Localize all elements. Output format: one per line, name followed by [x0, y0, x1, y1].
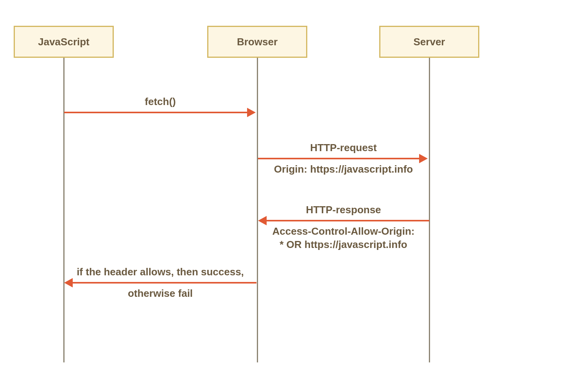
arrow-http-response [266, 220, 429, 221]
lifeline-server [429, 58, 430, 362]
sequence-diagram: JavaScript Browser Server fetch() HTTP-r… [0, 0, 588, 371]
participant-javascript-label: JavaScript [38, 36, 90, 48]
message-result-label-bottom: otherwise fail [64, 287, 256, 300]
arrow-fetch-head [247, 108, 256, 117]
arrow-http-response-head [258, 216, 267, 225]
arrow-http-request [258, 158, 421, 159]
arrow-fetch [64, 112, 249, 113]
message-http-response-label-bottom-1: Access-Control-Allow-Origin: [258, 225, 429, 237]
participant-browser-label: Browser [237, 36, 278, 48]
message-http-request-label-top: HTTP-request [258, 142, 429, 154]
participant-browser: Browser [207, 26, 307, 58]
participant-javascript: JavaScript [14, 26, 114, 58]
participant-server-label: Server [414, 36, 445, 48]
arrow-http-request-head [419, 154, 428, 163]
arrow-result-head [64, 278, 73, 287]
message-result-label-top: if the header allows, then success, [64, 266, 256, 278]
message-http-response-label-top: HTTP-response [258, 204, 429, 216]
arrow-result [72, 282, 256, 284]
message-http-response-label-bottom-2: * OR https://javascript.info [258, 239, 429, 251]
participant-server: Server [379, 26, 479, 58]
message-fetch-label: fetch() [64, 96, 256, 108]
message-http-request-label-bottom: Origin: https://javascript.info [258, 163, 429, 175]
